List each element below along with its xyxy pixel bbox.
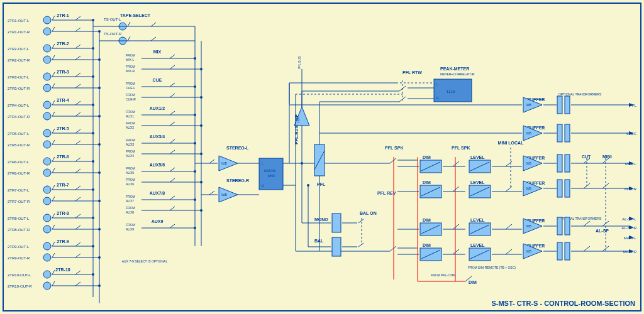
output-label: SPEC <box>626 132 637 136</box>
ts-out-r: TS-OUT-R <box>99 32 195 45</box>
jack-label: 2TR8-OUT-L <box>8 217 30 220</box>
svg-text:AUX6: AUX6 <box>126 182 134 186</box>
track-label: 2TR-5 <box>57 126 69 131</box>
svg-text:FROM: FROM <box>126 178 135 181</box>
track-label: 2TR-3 <box>57 70 69 74</box>
svg-text:1119: 1119 <box>447 90 455 94</box>
svg-text:DIM: DIM <box>469 280 477 284</box>
transformer <box>565 96 570 114</box>
svg-text:MINI LOCAL: MINI LOCAL <box>498 141 525 145</box>
svg-text:PFL: PFL <box>317 182 326 187</box>
svg-text:PFL SPK: PFL SPK <box>452 146 470 150</box>
svg-text:AUX4: AUX4 <box>126 154 134 158</box>
jack-label: 2TR3-OUT-L <box>8 75 30 79</box>
track-label: 2TR-9 <box>57 239 69 244</box>
svg-text:MONO: MONO <box>314 217 328 222</box>
jack <box>43 73 51 80</box>
svg-text:TS-OUT-L: TS-OUT-L <box>104 18 121 21</box>
svg-text:BAL: BAL <box>314 239 324 243</box>
svg-text:0dB: 0dB <box>296 116 300 122</box>
ts-out-l: TS-OUT-L <box>93 18 195 30</box>
svg-text:FROM DIM-REMOTE (TB + OSC): FROM DIM-REMOTE (TB + OSC) <box>468 266 516 269</box>
dim-label: DIM <box>423 155 431 160</box>
jack <box>43 101 51 109</box>
output-label: PFL <box>630 104 637 107</box>
svg-text:TS-OUT-R: TS-OUT-R <box>104 32 122 36</box>
source-label: AUX3/4 <box>150 134 165 139</box>
svg-line-39 <box>52 185 55 190</box>
jack-label: 2TR10-OUT-R <box>8 284 32 288</box>
svg-line-46 <box>52 225 55 229</box>
jack <box>43 271 51 278</box>
source-label: CUE <box>153 78 162 82</box>
jack-label: 2TR9-OUT-R <box>8 256 30 260</box>
output-label: AL-SP-L <box>622 217 636 221</box>
svg-text:FROM: FROM <box>126 65 135 68</box>
svg-text:L: L <box>262 161 264 165</box>
svg-text:0dB: 0dB <box>221 193 228 197</box>
svg-text:R: R <box>262 184 264 188</box>
svg-line-57 <box>52 270 55 274</box>
dim-label: DIM <box>423 243 431 247</box>
jack-label: 2TR6-OUT-R <box>8 171 30 175</box>
jack <box>43 158 51 165</box>
source-label: AUX9 <box>152 219 164 224</box>
svg-text:PEAK-METER: PEAK-METER <box>440 67 469 71</box>
source-label: MIX <box>153 50 162 54</box>
svg-text:CUE-R: CUE-R <box>126 97 136 101</box>
svg-text:AUX 7-9 SELECT IS OPTIONAL: AUX 7-9 SELECT IS OPTIONAL <box>122 259 168 263</box>
svg-text:METER+CORRELATOR: METER+CORRELATOR <box>440 72 475 76</box>
source-from: FROM <box>126 223 135 227</box>
svg-text:PFL BUS: PFL BUS <box>297 56 301 69</box>
output-label: MINI-L <box>625 162 637 166</box>
jack-label: 2TR2-OUT-R <box>8 58 30 62</box>
jack-label: 2TR4-OUT-R <box>8 115 30 119</box>
track-label: 2TR-10 <box>55 268 70 272</box>
jack <box>43 28 51 35</box>
svg-text:FROM: FROM <box>126 121 135 125</box>
track-label: 2TR-7 <box>57 183 69 187</box>
jack-label: 2TR1-OUT-R <box>8 30 30 34</box>
level-label: LEVEL <box>470 155 485 160</box>
svg-text:AL-SP: AL-SP <box>596 229 609 233</box>
svg-text:0dB: 0dB <box>526 249 532 253</box>
jack <box>43 45 51 52</box>
transformer <box>557 180 562 197</box>
transformer <box>565 242 570 260</box>
svg-line-33 <box>52 157 55 161</box>
jack <box>43 129 51 137</box>
jack <box>43 186 51 193</box>
source-from: CUE-L <box>126 86 135 90</box>
svg-line-51 <box>52 242 55 246</box>
jack <box>43 214 51 222</box>
svg-text:0dB: 0dB <box>221 161 228 165</box>
track-label: 2TR-8 <box>57 211 69 215</box>
svg-line-4 <box>52 27 55 31</box>
svg-text:S-MST- CTR-S - CONTROL-ROOM-SE: S-MST- CTR-S - CONTROL-ROOM-SECTION <box>491 300 635 307</box>
svg-text:L: L <box>436 82 438 86</box>
svg-line-9 <box>52 44 55 48</box>
jack <box>43 197 51 205</box>
jack <box>43 225 51 233</box>
source-from: AUX7 <box>126 199 134 203</box>
jack <box>43 16 51 24</box>
track-label: 2TR-4 <box>57 98 69 102</box>
source-from: FROM <box>126 110 135 114</box>
svg-point-169 <box>301 162 303 165</box>
svg-text:0dB: 0dB <box>526 224 532 228</box>
track-label: 2TR-6 <box>57 154 69 159</box>
svg-text:PFL SPK: PFL SPK <box>385 146 403 150</box>
level-label: LEVEL <box>470 218 485 222</box>
svg-line-40 <box>52 197 55 201</box>
source-from: FROM <box>126 82 135 85</box>
transformer <box>557 217 562 235</box>
jack-label: 2TR3-OUT-R <box>8 87 30 90</box>
transformer <box>565 124 570 142</box>
dim-label: DIM <box>423 180 431 185</box>
dim-label: DIM <box>423 218 431 222</box>
svg-point-170 <box>307 184 309 187</box>
source-label: AUX1/2 <box>150 106 165 111</box>
svg-text:0dB: 0dB <box>526 187 532 190</box>
svg-line-71 <box>128 36 130 41</box>
svg-line-3 <box>52 16 55 20</box>
